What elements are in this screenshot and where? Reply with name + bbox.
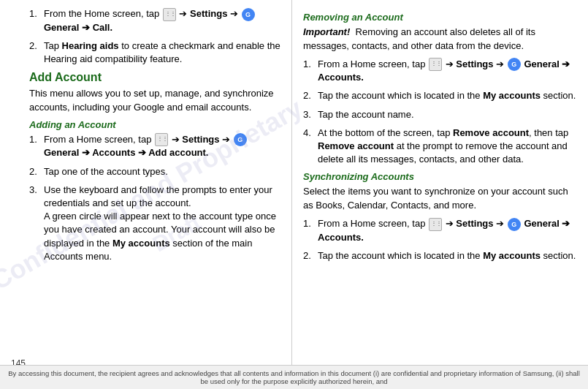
removing-item-1: 1. From a Home screen, tap ➔ Settings ➔ … bbox=[303, 58, 577, 85]
add-account-heading: Add Account bbox=[29, 71, 280, 84]
sync-intro: Select the items you want to synchronize… bbox=[303, 185, 577, 213]
general-icon: G bbox=[242, 8, 255, 21]
general-icon: G bbox=[508, 218, 521, 231]
removing-item-4: 4. At the bottom of the screen, tap Remo… bbox=[303, 126, 577, 167]
item-number: 1. bbox=[303, 58, 318, 85]
adding-item-1: 1. From a Home screen, tap ➔ Settings ➔ … bbox=[29, 133, 280, 160]
item-number: 2. bbox=[29, 39, 44, 66]
item-text: From the Home screen, tap ➔ Settings ➔ G… bbox=[44, 7, 280, 34]
sync-item-2: 2. Tap the account which is located in t… bbox=[303, 249, 577, 263]
item-number: 1. bbox=[29, 133, 44, 160]
item-number: 1. bbox=[303, 217, 318, 244]
sync-item-1: 1. From a Home screen, tap ➔ Settings ➔ … bbox=[303, 217, 577, 244]
main-content: 1. From the Home screen, tap ➔ Settings … bbox=[0, 0, 588, 389]
item-text: Tap the account name. bbox=[318, 108, 577, 121]
adding-item-3-extra: A green circle will appear next to the a… bbox=[44, 211, 276, 262]
intro-item-1: 1. From the Home screen, tap ➔ Settings … bbox=[29, 7, 280, 34]
removing-item-2: 2. Tap the account which is located in t… bbox=[303, 89, 577, 102]
item-number: 2. bbox=[303, 89, 318, 102]
item-number: 2. bbox=[303, 249, 318, 263]
general-icon: G bbox=[234, 133, 247, 146]
adding-account-heading: Adding an Account bbox=[29, 119, 280, 130]
item-text: From a Home screen, tap ➔ Settings ➔ G G… bbox=[44, 133, 280, 160]
item-text: From a Home screen, tap ➔ Settings ➔ G G… bbox=[318, 58, 577, 85]
apps-icon bbox=[155, 133, 168, 146]
item-text: From a Home screen, tap ➔ Settings ➔ G G… bbox=[318, 217, 577, 244]
important-notice: Important! Removing an account also dele… bbox=[303, 26, 577, 53]
sync-accounts-heading: Synchronizing Accounts bbox=[303, 171, 577, 182]
apps-icon bbox=[429, 218, 442, 231]
removing-item-3: 3. Tap the account name. bbox=[303, 108, 577, 121]
item-text: Use the keyboard and follow the prompts … bbox=[44, 184, 280, 263]
removing-account-heading: Removing an Account bbox=[303, 12, 577, 23]
adding-item-2: 2. Tap one of the account types. bbox=[29, 165, 280, 178]
item-number: 1. bbox=[29, 7, 44, 34]
intro-item-2: 2. Tap Hearing aids to create a checkmar… bbox=[29, 39, 280, 66]
apps-icon bbox=[163, 8, 176, 21]
adding-item-3: 3. Use the keyboard and follow the promp… bbox=[29, 184, 280, 263]
left-column: 1. From the Home screen, tap ➔ Settings … bbox=[0, 0, 292, 389]
footer-bar: By accessing this document, the recipien… bbox=[0, 365, 588, 389]
item-number: 2. bbox=[29, 165, 44, 178]
item-text: Tap the account which is located in the … bbox=[318, 89, 577, 102]
item-number: 3. bbox=[303, 108, 318, 121]
item-number: 4. bbox=[303, 126, 318, 167]
item-text: At the bottom of the screen, tap Remove … bbox=[318, 126, 577, 167]
important-label: Important! bbox=[303, 26, 350, 37]
general-icon: G bbox=[508, 58, 521, 71]
item-text: Tap the account which is located in the … bbox=[318, 249, 577, 263]
item-text: Tap one of the account types. bbox=[44, 165, 280, 178]
page-container: 1. From the Home screen, tap ➔ Settings … bbox=[0, 0, 588, 389]
add-account-intro: This menu allows you to set up, manage, … bbox=[29, 87, 280, 115]
item-text: Tap Hearing aids to create a checkmark a… bbox=[44, 39, 280, 66]
item-number: 3. bbox=[29, 184, 44, 263]
right-column: Removing an Account Important! Removing … bbox=[292, 0, 588, 389]
apps-icon bbox=[429, 58, 442, 71]
